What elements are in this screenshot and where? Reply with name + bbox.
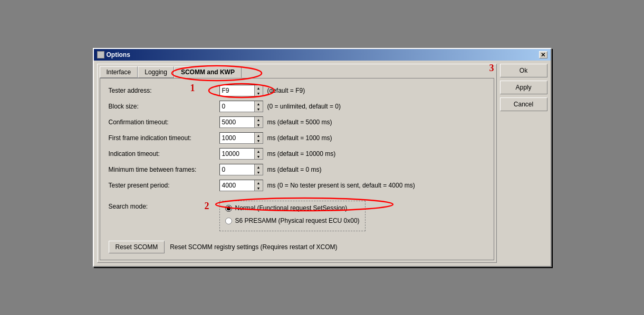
spin-up-tester-present-period[interactable]: ▲ — [254, 180, 263, 185]
spinbox-tester-address[interactable]: ▲ ▼ — [219, 85, 263, 96]
hint-tester-address: (default = F9) — [267, 87, 305, 94]
field-min-time-between-frames: Minimum time between frames: ▲ ▼ ms (def… — [109, 164, 485, 175]
field-first-frame-timeout: First frame indication timeout: ▲ ▼ ms (… — [109, 132, 485, 144]
reset-scomm-button[interactable]: Reset SCOMM — [109, 241, 165, 253]
spinbox-block-size[interactable]: ▲ ▼ — [219, 101, 263, 112]
input-min-time-between-frames[interactable] — [220, 164, 254, 175]
search-mode-options: 2 Normal (Functional request SetSession)… — [219, 201, 366, 231]
hint-min-time-between-frames: ms (default = 0 ms) — [267, 166, 322, 173]
label-indication-timeout: Indication timeout: — [109, 150, 219, 158]
annotation-num1: 1 — [190, 83, 195, 94]
field-tester-address: Tester address: ▲ ▼ (default = F9) — [109, 85, 485, 96]
label-first-frame-timeout: First frame indication timeout: — [109, 134, 219, 142]
field-confirmation-timeout: Confirmation timeout: ▲ ▼ ms (default = … — [109, 116, 485, 128]
fields-section: Tester address: ▲ ▼ (default = F9) — [109, 85, 485, 191]
input-block-size[interactable] — [220, 101, 254, 112]
label-tester-present-period: Tester present period: — [109, 182, 219, 189]
spin-down-confirmation-timeout[interactable]: ▼ — [254, 122, 263, 127]
search-mode-section: Search mode: 2 Normal (Functional reques… — [109, 201, 485, 231]
tab-scomm-kwp[interactable]: SCOMM and KWP — [174, 66, 242, 78]
spin-up-tester-address[interactable]: ▲ — [254, 85, 263, 91]
spin-up-min-time-between-frames[interactable]: ▲ — [254, 164, 263, 170]
window-icon — [97, 51, 104, 58]
radio-option-s6: S6 PRESAMM (Physical request ECU 0x00) — [225, 217, 360, 224]
hint-confirmation-timeout: ms (default = 5000 ms) — [267, 119, 332, 126]
spinbox-tester-present-period[interactable]: ▲ ▼ — [219, 180, 263, 191]
spin-up-block-size[interactable]: ▲ — [254, 101, 263, 106]
main-panel: Interface Logging SCOMM and KWP — [97, 64, 497, 263]
spin-buttons-min-time-between-frames: ▲ ▼ — [254, 164, 263, 175]
reset-hint: Reset SCOMM registry settings (Requires … — [170, 243, 337, 251]
spin-up-confirmation-timeout[interactable]: ▲ — [254, 117, 263, 122]
spin-down-min-time-between-frames[interactable]: ▼ — [254, 170, 263, 175]
annotation-num3: 3 — [489, 63, 494, 74]
tab-content: Tester address: ▲ ▼ (default = F9) — [100, 78, 494, 260]
field-block-size: Block size: ▲ ▼ (0 = unlimited, default … — [109, 101, 485, 112]
spin-up-indication-timeout[interactable]: ▲ — [254, 149, 263, 154]
hint-indication-timeout: ms (default = 10000 ms) — [267, 150, 336, 158]
label-min-time-between-frames: Minimum time between frames: — [109, 166, 219, 173]
separator — [109, 195, 485, 201]
spin-buttons-indication-timeout: ▲ ▼ — [254, 149, 263, 159]
spin-down-indication-timeout[interactable]: ▼ — [254, 154, 263, 159]
spin-buttons-block-size: ▲ ▼ — [254, 101, 263, 112]
field-indication-timeout: Indication timeout: ▲ ▼ ms (default = 10… — [109, 148, 485, 160]
spinbox-indication-timeout[interactable]: ▲ ▼ — [219, 148, 263, 160]
window-content: Interface Logging SCOMM and KWP — [94, 61, 551, 266]
spinbox-first-frame-timeout[interactable]: ▲ ▼ — [219, 132, 263, 144]
spin-buttons-tester-present-period: ▲ ▼ — [254, 180, 263, 191]
side-buttons-panel: 3 Ok Apply Cancel — [500, 64, 547, 263]
tab-bar: Interface Logging SCOMM and KWP — [98, 64, 496, 78]
radio-s6[interactable] — [225, 218, 232, 224]
radio-normal[interactable] — [225, 205, 232, 212]
title-bar-title: Options — [97, 51, 130, 58]
input-tester-address[interactable] — [220, 85, 254, 96]
hint-first-frame-timeout: ms (default = 1000 ms) — [267, 134, 332, 142]
tab-interface[interactable]: Interface — [100, 66, 138, 78]
spin-down-tester-address[interactable]: ▼ — [254, 91, 263, 96]
input-indication-timeout[interactable] — [220, 149, 254, 159]
input-tester-present-period[interactable] — [220, 180, 254, 191]
input-first-frame-timeout[interactable] — [220, 133, 254, 143]
title-bar: Options ✕ — [94, 49, 551, 61]
close-button[interactable]: ✕ — [539, 51, 547, 58]
spin-down-block-size[interactable]: ▼ — [254, 106, 263, 112]
field-tester-present-period: Tester present period: ▲ ▼ ms (0 = No te… — [109, 180, 485, 191]
label-block-size: Block size: — [109, 103, 219, 110]
spin-buttons-confirmation-timeout: ▲ ▼ — [254, 117, 263, 127]
radio-s6-label: S6 PRESAMM (Physical request ECU 0x00) — [235, 217, 360, 224]
spin-down-first-frame-timeout[interactable]: ▼ — [254, 138, 263, 143]
spin-up-first-frame-timeout[interactable]: ▲ — [254, 133, 263, 138]
spin-down-tester-present-period[interactable]: ▼ — [254, 185, 263, 191]
hint-block-size: (0 = unlimited, default = 0) — [267, 103, 341, 110]
label-confirmation-timeout: Confirmation timeout: — [109, 119, 219, 126]
radio-option-normal: Normal (Functional request SetSession) — [225, 204, 360, 212]
ok-button[interactable]: Ok — [500, 64, 547, 77]
hint-tester-present-period: ms (0 = No tester present is sent, defau… — [267, 182, 415, 189]
cancel-button[interactable]: Cancel — [500, 97, 547, 111]
spinbox-confirmation-timeout[interactable]: ▲ ▼ — [219, 116, 263, 128]
label-tester-address: Tester address: — [109, 87, 219, 94]
apply-button[interactable]: Apply — [500, 81, 547, 94]
spin-buttons-tester-address: ▲ ▼ — [254, 85, 263, 96]
window-title: Options — [107, 51, 130, 58]
spinbox-min-time-between-frames[interactable]: ▲ ▼ — [219, 164, 263, 175]
label-search-mode: Search mode: — [109, 201, 219, 210]
radio-group-search-mode: Normal (Functional request SetSession) S… — [219, 201, 366, 231]
tab-logging[interactable]: Logging — [138, 66, 174, 78]
spin-buttons-first-frame-timeout: ▲ ▼ — [254, 133, 263, 143]
annotation-num2: 2 — [205, 201, 209, 212]
radio-normal-label: Normal (Functional request SetSession) — [235, 204, 348, 212]
bottom-bar: Reset SCOMM Reset SCOMM registry setting… — [109, 237, 485, 253]
input-confirmation-timeout[interactable] — [220, 117, 254, 127]
options-window: Options ✕ Interface Logging SCOMM and KW… — [93, 48, 552, 267]
